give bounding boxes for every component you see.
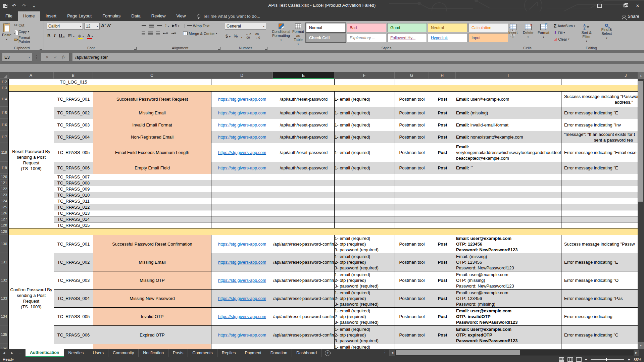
- grid-cell[interactable]: [429, 204, 456, 210]
- tool-cell[interactable]: Postman tool: [395, 143, 429, 162]
- grid-cell[interactable]: [335, 192, 395, 198]
- grid-cell[interactable]: [273, 204, 335, 210]
- grid-cell[interactable]: [395, 222, 429, 228]
- grid-cell[interactable]: [335, 198, 395, 204]
- minimize-button[interactable]: [606, 0, 618, 11]
- grid-cell[interactable]: [456, 222, 561, 228]
- style-chip-input[interactable]: Input: [468, 33, 508, 42]
- grid-cell[interactable]: [93, 216, 211, 222]
- grid-cell[interactable]: [211, 79, 273, 85]
- grid-cell[interactable]: [456, 180, 561, 186]
- params-cell[interactable]: 1- email (required): [335, 119, 395, 131]
- alignment-dialog-launcher[interactable]: [218, 47, 220, 50]
- sheet-tab-donation[interactable]: Donation: [266, 349, 292, 357]
- grid-cell[interactable]: https://stg.givers-app.com: [211, 143, 273, 162]
- row-header-114[interactable]: 114: [0, 91, 8, 107]
- style-chip-neutral[interactable]: Neutral: [428, 23, 467, 32]
- grid-cell[interactable]: [335, 216, 395, 222]
- grid-cell[interactable]: [395, 174, 429, 180]
- expected-result-cell[interactable]: Error message indicating "P: [561, 344, 638, 349]
- row-header-121[interactable]: 121: [0, 180, 8, 186]
- grid-cell[interactable]: [273, 198, 335, 204]
- grid-cell[interactable]: [211, 180, 273, 186]
- testdata-cell[interactable]: Email: invalid-email-format: [456, 119, 561, 131]
- grid-cell[interactable]: [395, 204, 429, 210]
- column-header-G[interactable]: G: [395, 72, 429, 79]
- grid-cell[interactable]: [395, 198, 429, 204]
- row-header-118[interactable]: 118: [0, 143, 8, 162]
- tool-cell[interactable]: Postman tool: [395, 119, 429, 131]
- grid-cell[interactable]: [273, 210, 335, 216]
- tell-me-box[interactable]: Tell me what you want to do...: [197, 11, 260, 21]
- params-cell[interactable]: 1- email (required): [335, 131, 395, 143]
- testdata-cell[interactable]: Email: user@example.com: [456, 344, 561, 349]
- grid-cell[interactable]: [561, 222, 638, 228]
- increase-decimal-button[interactable]: ←.0.00: [246, 33, 251, 39]
- grid-cell[interactable]: [456, 186, 561, 192]
- conditional-formatting-button[interactable]: Conditional Formatting▾: [272, 22, 290, 42]
- expected-result-cell[interactable]: Error message indicating "E: [561, 253, 638, 271]
- description-cell[interactable]: Non-Registered Email: [93, 131, 211, 143]
- sheet-tab-replies[interactable]: Replies: [217, 349, 241, 357]
- zoom-slider[interactable]: [591, 359, 624, 360]
- grid-cell[interactable]: [456, 192, 561, 198]
- grid-cell[interactable]: [456, 216, 561, 222]
- grid-cell[interactable]: [93, 180, 211, 186]
- endpoint-cell[interactable]: /api/auth/reset-password-confirm: [273, 253, 335, 271]
- tab-scroll-left-icon[interactable]: ◀: [0, 349, 8, 357]
- expected-result-cell[interactable]: Error message indicating "Pas: [561, 290, 638, 308]
- ribbon-tab-review[interactable]: Review: [146, 11, 171, 21]
- vertical-scroll-thumb[interactable]: [638, 81, 643, 202]
- separator-row-cell[interactable]: [9, 228, 638, 235]
- ribbon-display-options-button[interactable]: [593, 0, 606, 11]
- ribbon-tab-insert[interactable]: Insert: [40, 11, 62, 21]
- grid-cell[interactable]: [273, 180, 335, 186]
- endpoint-cell[interactable]: /api/auth/reset-password-confirm: [273, 271, 335, 290]
- zoom-out-button[interactable]: −: [585, 357, 588, 362]
- cancel-formula-button[interactable]: ✕: [45, 55, 49, 60]
- row-header-117[interactable]: 117: [0, 131, 8, 143]
- scroll-up-arrow[interactable]: ▲: [638, 72, 644, 79]
- grid-cell[interactable]: [456, 204, 561, 210]
- grid-cell[interactable]: https://stg.givers-app.com: [211, 308, 273, 326]
- description-cell[interactable]: Email Field Exceeds Maximum Length: [93, 143, 211, 162]
- column-header-D[interactable]: D: [211, 72, 273, 79]
- description-cell[interactable]: [93, 344, 211, 349]
- tool-cell[interactable]: Postman tool: [395, 235, 429, 253]
- row-header-125[interactable]: 125: [0, 204, 8, 210]
- page-break-view-button[interactable]: [576, 357, 582, 362]
- increase-indent-button[interactable]: ⇥≡: [171, 31, 177, 36]
- sheet-tab-posts[interactable]: Posts: [168, 349, 188, 357]
- grid-cell[interactable]: [93, 79, 211, 85]
- testcase-id-cell[interactable]: [54, 344, 93, 349]
- grid-cell[interactable]: [93, 186, 211, 192]
- url-link[interactable]: https://stg.givers-app.com: [218, 135, 266, 140]
- grid-cell[interactable]: [429, 180, 456, 186]
- row-header-113[interactable]: 113: [0, 85, 8, 91]
- row-header-135[interactable]: 135: [0, 325, 8, 344]
- column-header-B[interactable]: B: [54, 72, 93, 79]
- tool-cell[interactable]: Postman tool: [395, 344, 429, 349]
- row-header-134[interactable]: 134: [0, 307, 8, 325]
- clipboard-dialog-launcher[interactable]: [40, 47, 42, 50]
- testcase-id-cell[interactable]: TC_RPASS_004: [54, 290, 93, 308]
- shrink-font-button[interactable]: A▾: [107, 23, 111, 30]
- grid-cell[interactable]: https://stg.givers-app.com: [211, 290, 273, 308]
- params-cell[interactable]: 1- email (required)2- otp (required)3- p…: [335, 271, 395, 290]
- sheet-tab-notification[interactable]: Notification: [139, 349, 168, 357]
- grid-cell[interactable]: [429, 210, 456, 216]
- sheet-tab-authentication[interactable]: Authentication: [26, 349, 64, 357]
- style-chip-check-cell[interactable]: Check Cell: [306, 33, 346, 42]
- url-link[interactable]: https://stg.givers-app.com: [218, 260, 266, 265]
- grid-cell[interactable]: [561, 186, 638, 192]
- ribbon-tab-file[interactable]: File: [0, 11, 18, 21]
- params-cell[interactable]: 1- email (required)2- otp (required)3- p…: [335, 326, 395, 344]
- grid-cell[interactable]: [273, 192, 335, 198]
- grid-cell[interactable]: [395, 180, 429, 186]
- tool-cell[interactable]: Postman tool: [395, 290, 429, 308]
- number-dialog-launcher[interactable]: [265, 47, 267, 50]
- zoom-slider-thumb[interactable]: [606, 358, 607, 361]
- endpoint-cell[interactable]: /api/auth/reset-password-confirm: [273, 235, 335, 253]
- grid-cell[interactable]: https://stg.givers-app.com: [211, 235, 273, 253]
- testcase-id-cell[interactable]: TC_RPASS_005: [54, 308, 93, 326]
